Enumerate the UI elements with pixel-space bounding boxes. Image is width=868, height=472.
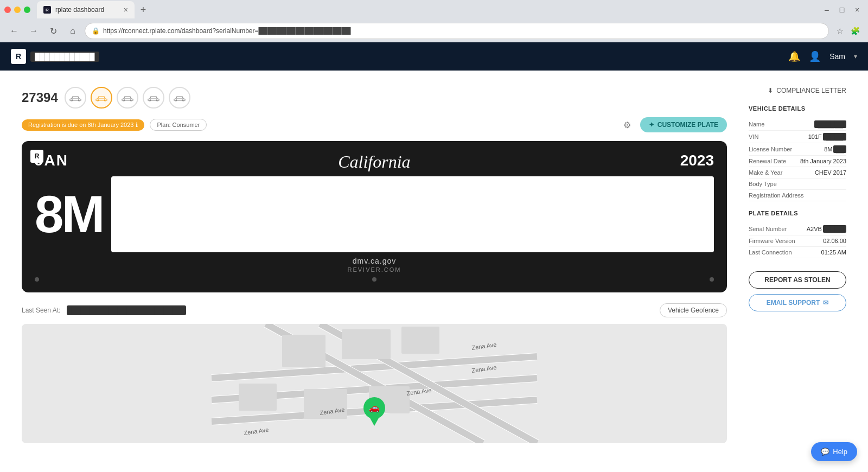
detail-value-renewal: 8th January 2023 bbox=[800, 158, 846, 164]
maximize-traffic-light[interactable] bbox=[24, 7, 30, 13]
svg-point-9 bbox=[182, 99, 183, 100]
svg-point-4 bbox=[124, 99, 125, 100]
car-icon-2[interactable] bbox=[91, 87, 112, 109]
tab-close-button[interactable]: × bbox=[124, 5, 128, 14]
extensions-icon[interactable]: 🧩 bbox=[848, 24, 861, 37]
svg-point-5 bbox=[130, 99, 131, 100]
plate-state: California bbox=[338, 152, 410, 172]
registration-badge[interactable]: Registration is due on 8th January 2023 … bbox=[22, 119, 144, 131]
report-stolen-button[interactable]: REPORT AS STOLEN bbox=[749, 271, 846, 289]
detail-label-reg-address: Registration Address bbox=[749, 192, 804, 199]
plate-dot-3 bbox=[710, 277, 714, 282]
minimize-traffic-light[interactable] bbox=[14, 7, 21, 13]
action-buttons: REPORT AS STOLEN EMAIL SUPPORT ✉ bbox=[749, 271, 846, 311]
address-bar[interactable]: 🔒 https://rconnect.rplate.com/dashboard?… bbox=[85, 23, 829, 39]
detail-row-name: Name ██████ bbox=[749, 118, 846, 131]
profile-icon[interactable]: 👤 bbox=[809, 50, 821, 62]
svg-point-7 bbox=[156, 99, 157, 100]
right-panel: ⬇ COMPLIANCE LETTER VEHICLE DETAILS Name… bbox=[749, 87, 846, 456]
last-seen-label: Last Seen At: bbox=[22, 307, 60, 314]
detail-row-license: License Number 8M██ bbox=[749, 143, 846, 156]
back-button[interactable]: ← bbox=[7, 23, 22, 39]
detail-row-firmware: Firmware Version 02.06.00 bbox=[749, 235, 846, 247]
detail-row-last-connection: Last Connection 01:25 AM bbox=[749, 247, 846, 258]
compliance-label: COMPLIANCE LETTER bbox=[776, 87, 846, 94]
new-tab-button[interactable]: + bbox=[137, 3, 150, 16]
last-seen-row: Last Seen At: ████████████████████████ V… bbox=[22, 303, 727, 317]
logo-text: ████████████ bbox=[30, 52, 99, 62]
svg-rect-22 bbox=[342, 329, 391, 359]
plate-dot-1 bbox=[35, 277, 39, 282]
car-icon-3[interactable] bbox=[117, 87, 138, 109]
plate-details-title: PLATE DETAILS bbox=[749, 210, 846, 216]
badges-row: Registration is due on 8th January 2023 … bbox=[22, 117, 727, 132]
help-label: Help bbox=[833, 448, 847, 456]
tab-title: rplate dashboard bbox=[55, 6, 104, 14]
forward-button[interactable]: → bbox=[26, 23, 41, 39]
main-content: 27394 Regi bbox=[0, 71, 868, 472]
tab-favicon: R bbox=[43, 6, 51, 14]
compliance-letter-button[interactable]: ⬇ COMPLIANCE LETTER bbox=[749, 87, 846, 94]
customize-plate-button[interactable]: ✦ CUSTOMIZE PLATE bbox=[640, 117, 727, 132]
registration-info-icon: ℹ bbox=[136, 122, 138, 129]
svg-point-6 bbox=[150, 99, 151, 100]
vehicle-icon-list bbox=[65, 87, 190, 109]
detail-label-renewal: Renewal Date bbox=[749, 158, 786, 164]
detail-value-name: ██████ bbox=[814, 120, 846, 128]
plate-dmv-text: dmv.ca.gov bbox=[353, 257, 397, 265]
window-minimize[interactable]: – bbox=[820, 3, 833, 16]
user-name[interactable]: Sam bbox=[829, 52, 845, 61]
customize-label: CUSTOMIZE PLATE bbox=[658, 121, 718, 129]
refresh-button[interactable]: ↻ bbox=[46, 23, 61, 39]
download-icon: ⬇ bbox=[768, 87, 773, 94]
help-button[interactable]: 💬 Help bbox=[811, 442, 857, 461]
lock-icon: 🔒 bbox=[92, 27, 100, 35]
detail-row-make: Make & Year CHEV 2017 bbox=[749, 167, 846, 178]
detail-label-firmware: Firmware Version bbox=[749, 238, 795, 244]
plate-details-section: PLATE DETAILS Serial Number A2VB████ Fir… bbox=[749, 210, 846, 258]
plate-dots bbox=[35, 277, 714, 282]
plate-r-logo: R bbox=[30, 150, 43, 163]
car-icon-5[interactable] bbox=[169, 87, 190, 109]
plate-number: 8M bbox=[35, 188, 103, 240]
window-close[interactable]: × bbox=[851, 3, 864, 16]
detail-row-reg-address: Registration Address bbox=[749, 190, 846, 201]
detail-label-name: Name bbox=[749, 121, 764, 127]
plate-reviver-text: REVIVER.COM bbox=[347, 266, 401, 273]
notification-icon[interactable]: 🔔 bbox=[788, 50, 800, 62]
plate-dot-2 bbox=[372, 277, 376, 282]
detail-row-body: Body Type bbox=[749, 178, 846, 190]
url-text: https://rconnect.rplate.com/dashboard?se… bbox=[103, 27, 822, 35]
detail-value-serial: A2VB████ bbox=[807, 225, 846, 233]
plate-display-area bbox=[111, 176, 714, 252]
detail-value-firmware: 02.06.00 bbox=[823, 238, 846, 244]
plan-badge: Plan: Consumer bbox=[150, 119, 207, 131]
svg-point-3 bbox=[104, 99, 105, 100]
email-support-button[interactable]: EMAIL SUPPORT ✉ bbox=[749, 294, 846, 311]
svg-rect-23 bbox=[401, 327, 439, 354]
plate-header: JAN California 2023 bbox=[35, 152, 714, 172]
vehicle-geofence-button[interactable]: Vehicle Geofence bbox=[660, 303, 727, 317]
star-icon[interactable]: ☆ bbox=[833, 24, 846, 37]
user-dropdown-icon[interactable]: ▾ bbox=[854, 53, 857, 60]
detail-label-last-connection: Last Connection bbox=[749, 249, 792, 256]
plan-badge-text: Plan: Consumer bbox=[157, 122, 200, 128]
close-traffic-light[interactable] bbox=[4, 7, 11, 13]
help-icon: 💬 bbox=[821, 448, 829, 456]
car-icon-4[interactable] bbox=[143, 87, 164, 109]
plate-body: 8M bbox=[35, 176, 714, 252]
logo-icon: R bbox=[11, 49, 26, 64]
detail-label-make: Make & Year bbox=[749, 169, 782, 176]
plate-year: 2023 bbox=[680, 152, 714, 169]
car-icon-1[interactable] bbox=[65, 87, 86, 109]
svg-rect-21 bbox=[282, 335, 326, 367]
email-support-label: EMAIL SUPPORT bbox=[767, 299, 820, 307]
home-button[interactable]: ⌂ bbox=[65, 23, 80, 39]
vehicle-id: 27394 bbox=[22, 90, 58, 105]
window-maximize[interactable]: □ bbox=[835, 3, 848, 16]
active-tab[interactable]: R rplate dashboard × bbox=[37, 1, 135, 18]
email-icon: ✉ bbox=[823, 299, 828, 307]
svg-text:🚗: 🚗 bbox=[369, 403, 380, 413]
settings-icon-button[interactable]: ⚙ bbox=[620, 117, 635, 132]
detail-value-license: 8M██ bbox=[824, 145, 846, 153]
